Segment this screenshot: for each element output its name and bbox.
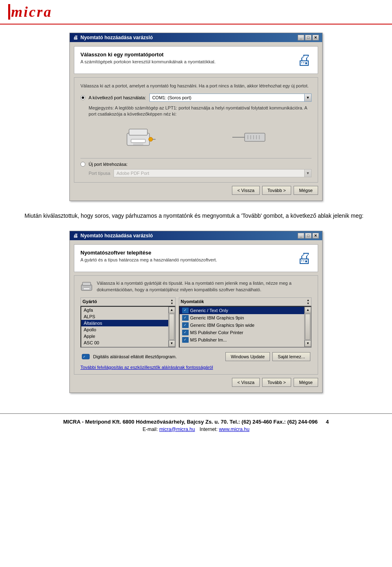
footer-email-link[interactable]: micra@micra.hu (159, 426, 195, 432)
manufacturer-item-asc[interactable]: ASC 00 (81, 339, 168, 346)
dialog1-next-button[interactable]: Tovább > (262, 186, 291, 195)
dialog1-cancel-button[interactable]: Mégse (294, 186, 318, 195)
printer-item-ibm-9pin-wide[interactable]: ✓ Generic IBM Graphics 9pin wide (180, 321, 305, 329)
printers-column: Nyomtatók ▲ ▼ ✓ Generic / Text Only (179, 297, 312, 348)
printer-item-ms-publisher-color[interactable]: ✓ MS Publisher Color Printer (180, 329, 305, 336)
signature-link[interactable]: További felvilágosítás az eszközillesztő… (80, 365, 213, 370)
dialog2-heading-desc: A gyártó és a típus határozza meg a hasz… (80, 257, 217, 262)
signature-row: ✓ Digitális aláírással ellátott illesztő… (80, 351, 312, 362)
footer-email-row: E-mail: micra@micra.hu Internet: www.mic… (8, 426, 384, 432)
manufacturer-item-alps[interactable]: ALPS (81, 313, 168, 320)
dialog2-titlebar: 🖨 Nyomtató hozzáadása varázsló _ □ ✕ (70, 231, 322, 240)
windows-update-button[interactable]: Windows Update (225, 352, 270, 361)
dialog2-next-button[interactable]: Tovább > (262, 378, 291, 387)
page-number: 4 (326, 419, 329, 425)
footer-company: MICRA - Metripond Kft. 6800 Hódmezővásár… (63, 419, 318, 425)
svg-rect-15 (83, 288, 90, 290)
manufacturer-scroll-thumb[interactable] (169, 314, 174, 340)
dropdown1-value[interactable]: COM1: (Soros port) (149, 94, 304, 102)
dialog1-wizard-header: Válasszon ki egy nyomtatóportot A számít… (74, 46, 318, 74)
separator1 (80, 158, 312, 158)
printers-header-text: Nyomtatók (181, 299, 204, 304)
svg-point-5 (149, 137, 153, 141)
printer-item-ibm-9pin[interactable]: ✓ Generic IBM Graphics 9pin (180, 314, 305, 321)
dialog2-title-icon: 🖨 (73, 233, 78, 239)
lists-row: Gyártó ▲ ▼ Agfa ALPS Általános Ap (80, 297, 312, 348)
printers-scroll-thumb[interactable] (305, 314, 310, 340)
printers-up-arrow: ▲ (307, 299, 310, 301)
dialog1-controls[interactable]: _ □ ✕ (298, 35, 319, 40)
signature-buttons: Windows Update Saját lemez... (225, 352, 310, 361)
printers-scroll-down[interactable]: ▼ (305, 340, 311, 347)
printers-header-arrows: ▲ ▼ (307, 299, 310, 305)
printer-item-ms-publisher-im[interactable]: ✓ MS Publisher Im... (180, 336, 305, 344)
dialog2-title-text: Nyomtató hozzáadása varázsló (80, 233, 153, 239)
dialog2: 🖨 Nyomtató hozzáadása varázsló _ □ ✕ Nyo… (69, 231, 323, 393)
dialog2-controls[interactable]: _ □ ✕ (298, 233, 319, 239)
manufacturer-header: Gyártó ▲ ▼ (80, 297, 176, 306)
manufacturer-list[interactable]: Agfa ALPS Általános Apollo Apple ASC 00 … (80, 306, 176, 348)
maximize-button[interactable]: □ (305, 35, 312, 40)
body-text: Miután kiválasztottuk, hogy soros, vagy … (24, 211, 368, 220)
svg-rect-1 (129, 129, 147, 135)
manufacturer-item-apple[interactable]: Apple (81, 333, 168, 339)
dialog2-close-button[interactable]: ✕ (312, 233, 319, 239)
printer-icon-2: ✓ (182, 315, 189, 321)
dialog1-title-area: 🖨 Nyomtató hozzáadása varázsló (73, 35, 153, 40)
printer-item-generic-text[interactable]: ✓ Generic / Text Only (180, 307, 305, 314)
manufacturer-item-agfa[interactable]: Agfa (81, 307, 168, 313)
footer-internet-label: Internet: (200, 426, 218, 432)
manufacturer-scrollbar[interactable]: ▲ ▼ (168, 307, 175, 347)
dialog2-minimize-button[interactable]: _ (298, 233, 304, 239)
footer-email-label: E-mail: (143, 426, 158, 432)
close-button[interactable]: ✕ (312, 35, 319, 40)
dropdown2-value: Adobe PDF Port (114, 169, 304, 177)
radio1-label: A következő port használata: (89, 95, 146, 100)
radio1-button[interactable] (80, 95, 85, 100)
printers-scroll-up[interactable]: ▲ (305, 307, 311, 313)
own-disk-button[interactable]: Saját lemez... (272, 352, 310, 361)
logo-text: micra (11, 3, 52, 20)
manufacturer-scroll-up[interactable]: ▲ (169, 307, 175, 313)
printer-name-2: Generic IBM Graphics 9pin (190, 315, 244, 320)
dialog2-header-icon: 🖨 (297, 250, 312, 267)
radio2-row[interactable]: Új port létrehozása: (80, 162, 312, 167)
connector-illustration (228, 123, 269, 152)
manufacturer-items[interactable]: Agfa ALPS Általános Apollo Apple ASC 00 (81, 307, 168, 347)
dropdown1-arrow[interactable]: ▼ (304, 94, 312, 102)
printer-name-4: MS Publisher Color Printer (190, 330, 243, 335)
manufacturer-header-text: Gyártó (82, 299, 97, 304)
dialog1: 🖨 Nyomtató hozzáadása varázsló _ □ ✕ Vál… (69, 33, 323, 201)
page-header: micra (0, 0, 392, 25)
printers-list[interactable]: ✓ Generic / Text Only ✓ Generic IBM Grap… (179, 306, 312, 348)
footer-website-link[interactable]: www.micra.hu (219, 426, 249, 432)
main-content: 🖨 Nyomtató hozzáadása varázsló _ □ ✕ Vál… (0, 25, 392, 401)
printer-illustration (123, 123, 160, 152)
footer-company-row: MICRA - Metripond Kft. 6800 Hódmezővásár… (8, 419, 384, 425)
manufacturer-item-apollo[interactable]: Apollo (81, 326, 168, 333)
dialog1-heading-desc: A számítógépek portokon keresztül kommun… (80, 59, 216, 64)
printer-icon-5: ✓ (182, 337, 189, 343)
dialog2-button-row: < Vissza Tovább > Mégse (74, 375, 318, 388)
radio2-label: Új port létrehozása: (89, 162, 127, 167)
manufacturer-item-altalanos[interactable]: Általános (81, 320, 168, 326)
dropdown1-wrapper[interactable]: COM1: (Soros port) ▼ (149, 94, 312, 102)
logo-container: micra (8, 3, 52, 20)
dialog1-back-button[interactable]: < Vissza (232, 186, 260, 195)
minimize-button[interactable]: _ (298, 35, 304, 40)
manufacturer-scroll-down[interactable]: ▼ (169, 340, 175, 347)
printer-items[interactable]: ✓ Generic / Text Only ✓ Generic IBM Grap… (180, 307, 305, 347)
page-footer: MICRA - Metripond Kft. 6800 Hódmezővásár… (0, 413, 392, 437)
printers-scrollbar[interactable]: ▲ ▼ (304, 307, 311, 347)
printer-icon-3: ✓ (182, 322, 189, 328)
radio1-row[interactable]: A következő port használata: COM1: (Soro… (80, 94, 312, 102)
dialog1-title-icon: 🖨 (73, 35, 78, 40)
dialog2-maximize-button[interactable]: □ (305, 233, 312, 239)
printer-name-5: MS Publisher Im... (190, 337, 227, 342)
dialog1-body: Válasszon ki egy nyomtatóportot A számít… (70, 42, 322, 201)
dialog2-cancel-button[interactable]: Mégse (294, 378, 318, 387)
dialog2-back-button[interactable]: < Vissza (232, 378, 260, 387)
svg-rect-3 (133, 143, 143, 145)
signature-link-row[interactable]: További felvilágosítás az eszközillesztő… (80, 364, 312, 370)
radio2-button[interactable] (80, 162, 85, 167)
